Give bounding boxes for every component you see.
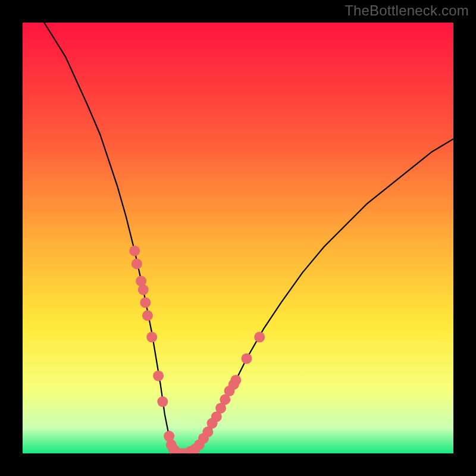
data-marker (153, 371, 164, 381)
data-marker (129, 246, 140, 256)
data-marker (142, 310, 153, 321)
gradient-background (23, 23, 453, 453)
data-marker (138, 284, 149, 295)
data-marker (230, 375, 241, 386)
chart-svg (23, 23, 453, 453)
data-marker (140, 298, 151, 308)
data-marker (254, 332, 265, 343)
data-marker (146, 332, 157, 343)
watermark-text: TheBottleneck.com (345, 2, 469, 19)
chart-plot-area (23, 23, 453, 453)
data-marker (131, 258, 142, 269)
data-marker (241, 353, 252, 364)
data-marker (157, 396, 168, 407)
